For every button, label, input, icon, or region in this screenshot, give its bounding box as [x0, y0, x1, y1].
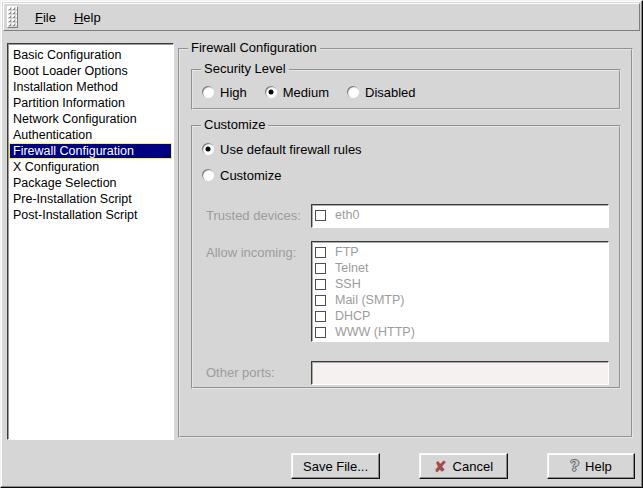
- checkbox-telnet-icon: [315, 263, 326, 274]
- security-level-title: Security Level: [201, 62, 289, 76]
- radio-high[interactable]: High: [202, 84, 247, 100]
- checkbox-eth0-icon: [315, 210, 326, 221]
- checkbox-www-http-icon: [315, 327, 326, 338]
- checkbox-ssh-icon: [315, 279, 326, 290]
- sidebar-item-post-installation-script[interactable]: Post-Installation Script: [9, 207, 172, 223]
- sidebar-item-pre-installation-script[interactable]: Pre-Installation Script: [9, 191, 172, 207]
- radio-medium-label: Medium: [283, 85, 329, 100]
- radio-disabled-icon[interactable]: [347, 86, 359, 98]
- allow-incoming-label: Allow incoming:: [206, 245, 296, 260]
- cancel-x-icon: ✘: [434, 459, 447, 474]
- menubar: File Help: [3, 3, 640, 31]
- radio-high-label: High: [220, 85, 247, 100]
- radio-use-default-icon[interactable]: [202, 143, 214, 155]
- radio-use-default-label: Use default firewall rules: [220, 142, 362, 157]
- radio-use-default-firewall-rules[interactable]: Use default firewall rules: [202, 141, 362, 157]
- checkbox-www-http-label: WWW (HTTP): [335, 325, 415, 339]
- cancel-button[interactable]: ✘ Cancel: [419, 453, 508, 479]
- trusted-device-eth0: eth0: [315, 207, 605, 223]
- help-button[interactable]: ? Help: [547, 453, 635, 479]
- security-level-frame: Security Level High Medium Disabled: [191, 69, 621, 110]
- sidebar-item-x-configuration[interactable]: X Configuration: [9, 159, 172, 175]
- checkbox-dhcp-label: DHCP: [335, 309, 370, 323]
- section-list: Basic Configuration Boot Loader Options …: [7, 43, 174, 440]
- save-file-button-label: Save File...: [303, 459, 368, 474]
- checkbox-mail-smtp-label: Mail (SMTP): [335, 293, 404, 307]
- allow-incoming-dhcp: DHCP: [315, 308, 605, 324]
- radio-disabled[interactable]: Disabled: [347, 84, 416, 100]
- sidebar-item-boot-loader-options[interactable]: Boot Loader Options: [9, 63, 172, 79]
- cancel-button-label: Cancel: [453, 459, 493, 474]
- checkbox-ftp-label: FTP: [335, 245, 359, 259]
- allow-incoming-list: FTP Telnet SSH Mail (SMTP) DHCP: [311, 241, 609, 342]
- radio-high-icon[interactable]: [202, 86, 214, 98]
- security-level-options: High Medium Disabled: [202, 84, 416, 100]
- sidebar-item-authentication[interactable]: Authentication: [9, 127, 172, 143]
- sidebar-item-basic-configuration[interactable]: Basic Configuration: [9, 47, 172, 63]
- customize-title: Customize: [201, 118, 268, 132]
- sidebar-item-package-selection[interactable]: Package Selection: [9, 175, 172, 191]
- menubar-grip-handle[interactable]: [7, 6, 18, 28]
- allow-incoming-www-http: WWW (HTTP): [315, 324, 605, 340]
- sidebar-item-firewall-configuration[interactable]: Firewall Configuration: [9, 143, 172, 159]
- allow-incoming-ftp: FTP: [315, 244, 605, 260]
- help-button-label: Help: [585, 459, 612, 474]
- checkbox-mail-smtp-icon: [315, 295, 326, 306]
- trusted-devices-list: eth0: [311, 204, 609, 228]
- radio-customize-label: Customize: [220, 168, 281, 183]
- customize-frame: Customize Use default firewall rules Cus…: [191, 125, 621, 389]
- save-file-button[interactable]: Save File...: [291, 453, 380, 479]
- allow-incoming-ssh: SSH: [315, 276, 605, 292]
- menu-help[interactable]: Help: [65, 7, 110, 28]
- radio-disabled-label: Disabled: [365, 85, 416, 100]
- checkbox-dhcp-icon: [315, 311, 326, 322]
- checkbox-ssh-label: SSH: [335, 277, 361, 291]
- sidebar-item-network-configuration[interactable]: Network Configuration: [9, 111, 172, 127]
- checkbox-ftp-icon: [315, 247, 326, 258]
- checkbox-telnet-label: Telnet: [335, 261, 368, 275]
- menu-file-label: File: [35, 10, 56, 25]
- radio-customize[interactable]: Customize: [202, 167, 281, 183]
- trusted-devices-label: Trusted devices:: [206, 208, 301, 223]
- menu-help-label: Help: [74, 10, 101, 25]
- sidebar-item-partition-information[interactable]: Partition Information: [9, 95, 172, 111]
- panel-title: Firewall Configuration: [188, 41, 320, 55]
- radio-customize-icon[interactable]: [202, 169, 214, 181]
- radio-medium-icon[interactable]: [265, 86, 277, 98]
- other-ports-input: [311, 361, 609, 385]
- menu-file[interactable]: File: [26, 7, 65, 28]
- checkbox-eth0-label: eth0: [335, 208, 359, 222]
- radio-medium[interactable]: Medium: [265, 84, 329, 100]
- kickstart-configurator-window: File Help Basic Configuration Boot Loade…: [0, 0, 643, 488]
- firewall-configuration-frame: Firewall Configuration Security Level Hi…: [178, 48, 633, 438]
- allow-incoming-telnet: Telnet: [315, 260, 605, 276]
- sidebar-item-installation-method[interactable]: Installation Method: [9, 79, 172, 95]
- help-question-icon: ?: [570, 459, 579, 474]
- other-ports-label: Other ports:: [206, 365, 275, 380]
- allow-incoming-mail-smtp: Mail (SMTP): [315, 292, 605, 308]
